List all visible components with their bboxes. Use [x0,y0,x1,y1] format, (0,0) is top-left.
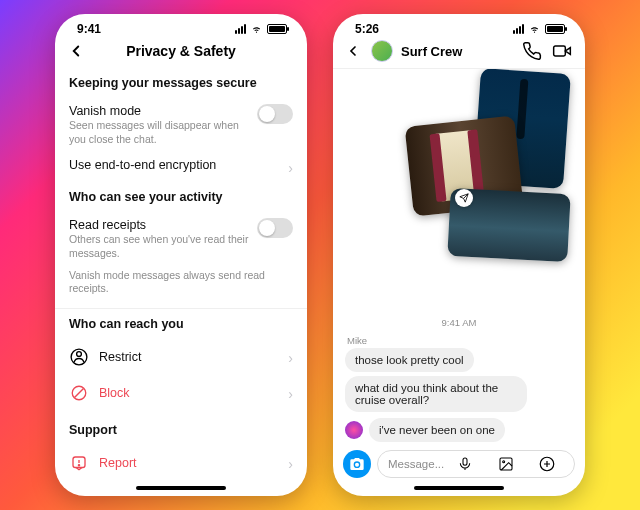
signal-icon [235,24,246,34]
receipts-note: Vanish mode messages always send read re… [69,267,293,304]
send-icon [459,193,469,203]
message-bubble-own[interactable]: i've never been on one [369,418,505,442]
section-heading-reach: Who can reach you [69,317,293,331]
chevron-right-icon: › [288,348,293,366]
chat-timestamp: 9:41 AM [333,317,585,328]
chevron-right-icon: › [288,158,293,176]
status-bar: 9:41 [55,14,307,38]
signal-icon [513,24,524,34]
status-bar: 5:26 [333,14,585,38]
chat-body[interactable]: 9:41 AM Mike those look pretty cool what… [333,69,585,444]
svg-line-3 [75,388,84,397]
message-composer: Message... [333,444,585,482]
row-e2e-encryption[interactable]: Use end-to-end encryption › [69,152,293,182]
section-heading-secure: Keeping your messages secure [69,76,293,90]
row-vanish-mode[interactable]: Vanish mode Seen messages will disappear… [69,98,293,152]
read-receipts-toggle[interactable] [257,218,293,238]
message-list: Mike those look pretty cool what did you… [333,335,585,442]
row-report[interactable]: Report › [69,445,293,481]
my-avatar[interactable] [345,421,363,439]
battery-icon [267,24,287,34]
report-icon [69,453,89,473]
report-label: Report [99,456,288,470]
home-indicator [414,486,504,490]
home-indicator [136,486,226,490]
svg-rect-7 [554,46,566,56]
share-button[interactable] [455,189,473,207]
page-title: Privacy & Safety [89,43,273,59]
message-bubble[interactable]: what did you think about the cruise over… [345,376,527,412]
phone-privacy-settings: 9:41 Privacy & Safety Keeping your messa… [55,14,307,496]
status-time: 9:41 [77,22,101,36]
section-heading-activity: Who can see your activity [69,190,293,204]
audio-call-button[interactable] [521,40,543,62]
photo-collage[interactable] [397,71,567,261]
svg-point-6 [78,464,79,465]
svg-rect-9 [463,458,467,465]
chat-header: Surf Crew [333,38,585,69]
svg-point-0 [77,351,82,356]
voice-button[interactable] [444,456,485,472]
status-indicators [235,24,287,34]
page-header: Privacy & Safety [55,38,307,68]
chevron-right-icon: › [288,384,293,402]
restrict-icon [69,347,89,367]
camera-button[interactable] [343,450,371,478]
chat-name[interactable]: Surf Crew [401,44,513,59]
wifi-icon [528,24,541,34]
status-indicators [513,24,565,34]
plus-circle-icon [538,455,556,473]
wifi-icon [250,24,263,34]
back-button[interactable] [67,42,89,60]
phone-chat: 5:26 Surf Crew 9:41 AM M [333,14,585,496]
phone-icon [522,41,542,61]
message-input[interactable]: Message... [377,450,575,478]
divider [55,308,307,309]
status-time: 5:26 [355,22,379,36]
block-label: Block [99,386,288,400]
vanish-mode-toggle[interactable] [257,104,293,124]
back-button[interactable] [345,43,363,59]
message-sender: Mike [347,335,573,346]
camera-icon [349,456,365,472]
more-button[interactable] [527,455,568,473]
microphone-icon [457,456,473,472]
message-bubble[interactable]: those look pretty cool [345,348,474,372]
chat-avatar[interactable] [371,40,393,62]
chevron-right-icon: › [288,454,293,472]
read-receipts-sub: Others can see when you've read their me… [69,233,249,260]
video-call-button[interactable] [551,40,573,62]
row-read-receipts[interactable]: Read receipts Others can see when you've… [69,212,293,266]
vanish-mode-sub: Seen messages will disappear when you cl… [69,119,249,146]
settings-scroll[interactable]: Keeping your messages secure Vanish mode… [55,68,307,482]
vanish-mode-label: Vanish mode [69,104,249,118]
video-icon [551,41,573,61]
svg-point-11 [503,461,505,463]
e2e-label: Use end-to-end encryption [69,158,280,172]
chevron-left-icon [345,43,361,59]
row-block[interactable]: Block › [69,375,293,411]
block-icon [69,383,89,403]
row-restrict[interactable]: Restrict › [69,339,293,375]
gallery-button[interactable] [486,456,527,472]
chevron-left-icon [67,42,85,60]
restrict-label: Restrict [99,350,288,364]
image-icon [498,456,514,472]
section-heading-support: Support [69,423,293,437]
message-placeholder: Message... [388,458,444,470]
battery-icon [545,24,565,34]
read-receipts-label: Read receipts [69,218,249,232]
